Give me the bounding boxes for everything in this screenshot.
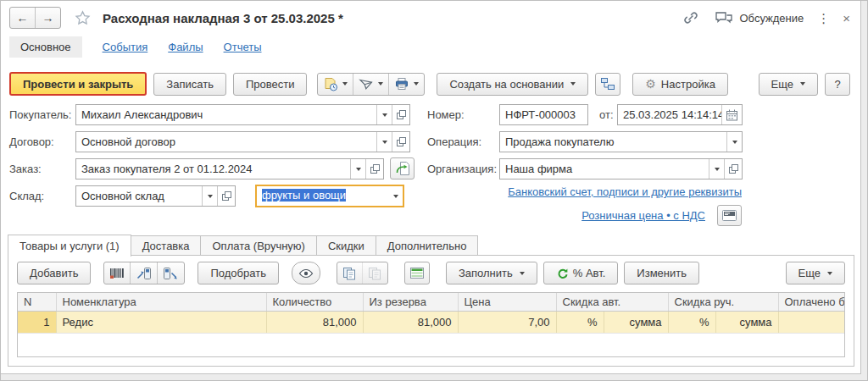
bank-details-link[interactable]: Банковский счет, подписи и другие реквиз… bbox=[508, 185, 742, 198]
operation-value[interactable]: Продажа покупателю bbox=[500, 132, 726, 152]
operation-field[interactable]: Продажа покупателю bbox=[499, 131, 743, 152]
tab-additional[interactable]: Дополнительно bbox=[376, 235, 479, 256]
order-value[interactable]: Заказ покупателя 2 от 01.12.2024 bbox=[76, 159, 350, 179]
post-button[interactable]: Провести bbox=[233, 73, 308, 96]
price-type-link[interactable]: Розничная цена • с НДС bbox=[581, 209, 705, 222]
tab-main[interactable]: Основное bbox=[9, 36, 82, 58]
help-button[interactable]: ? bbox=[825, 73, 850, 96]
cell-auto-sum[interactable]: сумма bbox=[604, 312, 668, 334]
discussion-button[interactable]: Обсуждение bbox=[715, 10, 804, 25]
contract-field[interactable]: Основной договор bbox=[75, 131, 410, 152]
dropdown-caret-icon bbox=[378, 82, 383, 86]
cell-manual-sum[interactable]: сумма bbox=[715, 312, 778, 334]
related-documents-button[interactable] bbox=[595, 73, 620, 96]
create-based-on-button[interactable]: Создать на основании bbox=[437, 73, 588, 96]
organization-field[interactable]: Наша фирма bbox=[499, 158, 743, 179]
items-table: N Номенклатура Количество Из резерва Цен… bbox=[18, 293, 844, 334]
contract-open-button[interactable] bbox=[392, 132, 409, 152]
cell-paid-bonus[interactable] bbox=[778, 312, 844, 334]
calendar-button[interactable] bbox=[721, 105, 742, 124]
reminder-split-button[interactable] bbox=[318, 74, 353, 95]
table-more-button[interactable]: Еще bbox=[786, 262, 845, 284]
bank-details-row: Банковский счет, подписи и другие реквиз… bbox=[508, 185, 742, 198]
cell-item[interactable]: Редис bbox=[56, 312, 266, 334]
buyer-value[interactable]: Михаил Александрович bbox=[76, 105, 376, 124]
col-reserve[interactable]: Из резерва bbox=[363, 293, 458, 312]
cell-qty[interactable]: 81,000 bbox=[266, 312, 363, 334]
tab-delivery[interactable]: Доставка bbox=[131, 235, 202, 256]
price-card-button[interactable] bbox=[717, 205, 742, 226]
cell-n[interactable]: 1 bbox=[18, 312, 56, 334]
tab-events[interactable]: События bbox=[103, 41, 148, 53]
auto-discount-button[interactable]: % Авт. bbox=[543, 262, 619, 284]
col-n[interactable]: N bbox=[18, 293, 56, 312]
tab-files[interactable]: Файлы bbox=[168, 41, 203, 53]
col-item[interactable]: Номенклатура bbox=[56, 293, 266, 312]
write-button[interactable]: Записать bbox=[153, 73, 226, 96]
back-arrow-icon[interactable]: ← bbox=[10, 8, 36, 28]
order-field[interactable]: Заказ покупателя 2 от 01.12.2024 bbox=[75, 158, 384, 179]
cell-price[interactable]: 7,00 bbox=[458, 312, 556, 334]
pick-items-button[interactable]: Подобрать bbox=[198, 262, 278, 284]
buyer-field[interactable]: Михаил Александрович bbox=[75, 104, 410, 125]
close-icon[interactable]: × bbox=[843, 12, 850, 25]
forward-arrow-icon[interactable]: → bbox=[36, 8, 60, 28]
col-discount-auto[interactable]: Скидка авт. bbox=[556, 293, 668, 312]
buyer-open-button[interactable] bbox=[392, 105, 409, 124]
organization-dropdown-button[interactable] bbox=[709, 159, 724, 179]
fill-button[interactable]: Заполнить bbox=[446, 262, 537, 284]
contract-dropdown-button[interactable] bbox=[376, 132, 392, 152]
paste-rows-button[interactable] bbox=[362, 262, 387, 284]
tab-reports[interactable]: Отчеты bbox=[224, 41, 262, 53]
barcode-scan-button[interactable] bbox=[104, 262, 130, 284]
date-value[interactable]: 25.03.2025 14:14:14 bbox=[618, 105, 721, 124]
warehouse-open-button[interactable] bbox=[217, 186, 235, 206]
post-and-close-button[interactable]: Провести и закрыть bbox=[9, 72, 147, 96]
contract-value[interactable]: Основной договор bbox=[76, 132, 376, 152]
kebab-menu-icon[interactable]: ⋮ bbox=[817, 12, 830, 25]
warehouse-dropdown-button[interactable] bbox=[202, 186, 217, 206]
print-split-button[interactable] bbox=[388, 74, 424, 95]
settings-button[interactable]: ⚙Настройка bbox=[632, 73, 728, 96]
col-discount-manual[interactable]: Скидка руч. bbox=[668, 293, 778, 312]
table-row[interactable]: 1 Редис 81,000 81,000 7,00 % сумма % сум… bbox=[18, 312, 844, 334]
edit-row-button[interactable]: Изменить bbox=[624, 262, 699, 284]
tab-payment[interactable]: Оплата (Вручную) bbox=[201, 235, 316, 256]
favorite-star-icon[interactable] bbox=[75, 10, 91, 26]
organization-open-button[interactable] bbox=[724, 159, 742, 179]
cell-manual-percent[interactable]: % bbox=[668, 312, 715, 334]
more-button[interactable]: Еще bbox=[759, 73, 818, 96]
organization-value[interactable]: Наша фирма bbox=[500, 159, 709, 179]
add-row-button[interactable]: Добавить bbox=[17, 262, 91, 284]
col-paid-bonus[interactable]: Оплачено бон bbox=[778, 293, 844, 312]
operation-dropdown-button[interactable] bbox=[726, 132, 742, 152]
buyer-dropdown-button[interactable] bbox=[376, 105, 392, 124]
warehouse-value[interactable]: Основной склад bbox=[76, 186, 202, 206]
warehouse-field[interactable]: Основной склад bbox=[75, 185, 236, 207]
dropdown-caret-icon bbox=[732, 141, 737, 144]
open-source-order-button[interactable] bbox=[390, 157, 415, 179]
col-price[interactable]: Цена bbox=[458, 293, 556, 312]
tab-goods-services[interactable]: Товары и услуги (1) bbox=[8, 235, 131, 257]
link-icon[interactable] bbox=[682, 9, 699, 26]
terminal-load-button[interactable] bbox=[130, 262, 157, 284]
date-field[interactable]: 25.03.2025 14:14:14 bbox=[617, 104, 743, 125]
window-header: ← → Расходная накладная 3 от 25.03.2025 … bbox=[9, 7, 850, 29]
cell-reserve[interactable]: 81,000 bbox=[363, 312, 458, 334]
send-split-button[interactable] bbox=[353, 74, 388, 95]
copy-rows-button[interactable] bbox=[337, 262, 362, 284]
category-field[interactable]: фрукты и овощи bbox=[255, 185, 404, 207]
number-value[interactable]: НФРТ-000003 bbox=[500, 105, 587, 124]
col-qty[interactable]: Количество bbox=[266, 293, 363, 312]
edit-in-spreadsheet-button[interactable] bbox=[404, 262, 430, 284]
view-item-button[interactable] bbox=[292, 262, 320, 284]
terminal-unload-button[interactable] bbox=[157, 262, 184, 284]
number-field[interactable]: НФРТ-000003 bbox=[499, 104, 588, 125]
order-open-button[interactable] bbox=[365, 159, 383, 179]
auto-discount-label: % Авт. bbox=[573, 267, 606, 279]
category-dropdown-button[interactable] bbox=[388, 186, 403, 206]
category-value[interactable]: фрукты и овощи bbox=[262, 189, 346, 202]
tab-discounts[interactable]: Скидки bbox=[317, 235, 376, 256]
order-dropdown-button[interactable] bbox=[350, 159, 365, 179]
cell-auto-percent[interactable]: % bbox=[556, 312, 604, 334]
